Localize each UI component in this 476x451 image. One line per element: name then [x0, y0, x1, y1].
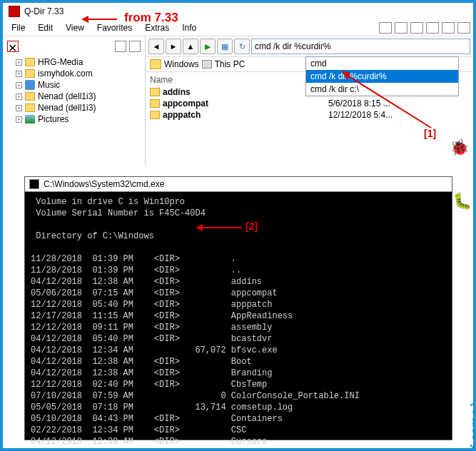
folder-icon [25, 103, 35, 112]
folder-icon [150, 59, 161, 69]
window-title: Q-Dir 7.33 [24, 6, 64, 16]
up-button[interactable]: ▲ [183, 39, 198, 54]
tree-label: HRG-Media [38, 57, 83, 67]
col-name[interactable]: Name [150, 75, 328, 85]
breadcrumb-folder[interactable]: Windows [164, 59, 199, 69]
tree-pane: ✕ +HRG-Media +ismyhdok.com +Music +Nenad… [3, 36, 146, 165]
titlebar: Q-Dir 7.33 [3, 3, 473, 20]
menu-info[interactable]: Info [176, 21, 202, 34]
tree-item[interactable]: +ismyhdok.com [7, 68, 141, 79]
arrow-ref1 [342, 71, 435, 131]
annotation-ref1: [1] [424, 128, 436, 139]
tree-toolbar: ✕ [6, 39, 142, 54]
go-button[interactable]: ▶ [200, 39, 216, 54]
expand-icon[interactable]: + [16, 105, 22, 111]
pc-icon [202, 60, 212, 69]
layout-icons [379, 21, 470, 34]
tree-item[interactable]: +Nenad (dell1i3) [7, 91, 141, 102]
svg-line-2 [345, 74, 431, 128]
tree-label: Nenad (dell1i3) [38, 103, 96, 113]
menubar: File Edit View Favorites Extras Info [3, 20, 473, 36]
tree-item[interactable]: +Music [7, 79, 141, 91]
svg-marker-3 [342, 71, 350, 80]
svg-marker-5 [196, 224, 203, 231]
address-input[interactable] [251, 39, 470, 54]
folder-icon [150, 88, 160, 96]
expand-icon[interactable]: + [16, 93, 22, 100]
breadcrumb-pc[interactable]: This PC [215, 59, 245, 69]
cmd-titlebar[interactable]: C:\Windows\System32\cmd.exe [25, 177, 452, 192]
tree-label: Music [38, 80, 60, 90]
annotation-from: from 7.33 [124, 11, 178, 25]
folder-icon [25, 92, 35, 101]
expand-icon[interactable]: + [16, 116, 22, 123]
refresh-button[interactable]: ↻ [234, 39, 250, 54]
forward-button[interactable]: ► [166, 39, 181, 54]
tree-item[interactable]: +Pictures [7, 113, 141, 125]
layout-icon-5[interactable] [442, 22, 455, 34]
file-name: apppatch [163, 110, 201, 120]
folder-icon [25, 69, 35, 78]
tree-item[interactable]: +HRG-Media [7, 56, 141, 68]
expand-icon[interactable]: + [16, 71, 22, 77]
layout-icon-2[interactable] [395, 22, 407, 34]
folder-icon [150, 111, 160, 119]
tree-label: Pictures [38, 114, 69, 124]
view-button[interactable]: ▦ [217, 39, 233, 54]
tree-label: Nenad (dell1i3) [38, 91, 96, 101]
layout-icon-1[interactable] [379, 22, 392, 34]
file-name: addins [163, 87, 191, 97]
layout-icon-3[interactable] [410, 22, 423, 34]
folder-icon [150, 99, 160, 108]
layout-icon-6[interactable] [457, 22, 470, 34]
tree-tool-icon[interactable]: ✕ [7, 41, 19, 52]
menu-edit[interactable]: Edit [32, 21, 59, 34]
annotation-ref2: [2] [245, 221, 258, 232]
tree-view-icon[interactable] [115, 41, 126, 52]
arrow-ref2 [196, 223, 245, 233]
layout-icon-4[interactable] [426, 22, 439, 34]
nav-toolbar: ◄ ► ▲ ▶ ▦ ↻ [146, 36, 473, 57]
cmd-window: C:\Windows\System32\cmd.exe Volume in dr… [24, 176, 452, 440]
file-name: appcompat [163, 98, 208, 108]
folder-icon [25, 58, 35, 66]
app-icon [9, 6, 20, 17]
tree-label: ismyhdok.com [38, 69, 93, 78]
back-button[interactable]: ◄ [148, 39, 164, 54]
arrow-title [81, 14, 117, 24]
tree-refresh-icon[interactable] [129, 41, 141, 52]
expand-icon[interactable]: + [16, 59, 22, 66]
dropdown-item[interactable]: cmd [306, 57, 458, 70]
menu-file[interactable]: File [6, 21, 31, 34]
svg-marker-1 [81, 16, 88, 23]
pictures-icon [25, 115, 35, 123]
music-icon [25, 80, 35, 90]
cmd-title-text: C:\Windows\System32\cmd.exe [44, 179, 164, 189]
tree-item[interactable]: +Nenad (dell1i3) [7, 102, 141, 113]
cmd-icon [29, 179, 39, 189]
folder-tree[interactable]: +HRG-Media +ismyhdok.com +Music +Nenad (… [6, 54, 142, 128]
watermark: www.SoftwareOK.com :-) [469, 402, 476, 451]
bug-icon: 🐞 [450, 138, 469, 157]
bug-icon: 🐛 [452, 192, 472, 211]
expand-icon[interactable]: + [16, 82, 22, 88]
